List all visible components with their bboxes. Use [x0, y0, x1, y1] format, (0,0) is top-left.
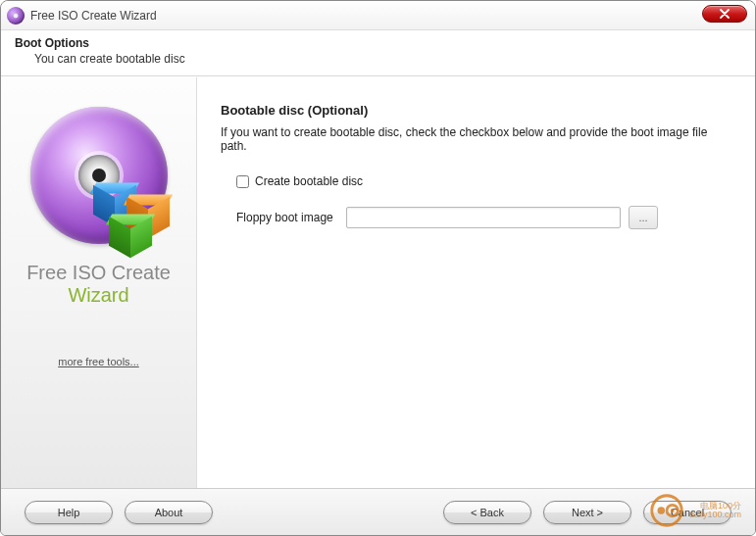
footer: Help About < Back Next > Cancel 电脑100分 d… — [1, 488, 755, 535]
back-button[interactable]: < Back — [443, 501, 531, 524]
window-title: Free ISO Create Wizard — [30, 9, 157, 23]
floppy-image-input[interactable] — [346, 207, 621, 228]
floppy-image-label: Floppy boot image — [236, 211, 338, 224]
close-icon — [720, 9, 730, 19]
close-button[interactable] — [702, 5, 747, 23]
more-tools-link[interactable]: more free tools... — [58, 356, 139, 367]
page-title: Boot Options — [15, 36, 741, 50]
sidebar: Free ISO Create Wizard more free tools..… — [1, 77, 197, 488]
page-subtitle: You can create bootable disc — [34, 52, 741, 66]
help-button[interactable]: Help — [25, 501, 113, 524]
main-panel: Bootable disc (Optional) If you want to … — [197, 77, 755, 488]
create-bootable-label[interactable]: Create bootable disc — [255, 174, 363, 188]
section-title: Bootable disc (Optional) — [221, 103, 731, 118]
browse-button[interactable]: ... — [629, 206, 658, 229]
cube-icon — [109, 215, 152, 258]
page-header: Boot Options You can create bootable dis… — [1, 30, 755, 76]
app-window: Free ISO Create Wizard Boot Options You … — [0, 0, 756, 536]
product-logo — [30, 107, 168, 244]
about-button[interactable]: About — [125, 501, 213, 524]
form: Create bootable disc Floppy boot image .… — [236, 174, 731, 229]
body: Free ISO Create Wizard more free tools..… — [1, 76, 755, 488]
titlebar: Free ISO Create Wizard — [1, 1, 755, 30]
create-bootable-checkbox[interactable] — [236, 175, 249, 188]
section-description: If you want to create bootable disc, che… — [221, 125, 731, 153]
product-name-line1: Free ISO Create — [26, 262, 171, 284]
product-name-line2: Wizard — [26, 284, 171, 307]
next-button[interactable]: Next > — [543, 501, 631, 524]
product-name: Free ISO Create Wizard — [26, 262, 171, 307]
app-icon — [7, 7, 25, 24]
cancel-button[interactable]: Cancel — [643, 501, 731, 524]
